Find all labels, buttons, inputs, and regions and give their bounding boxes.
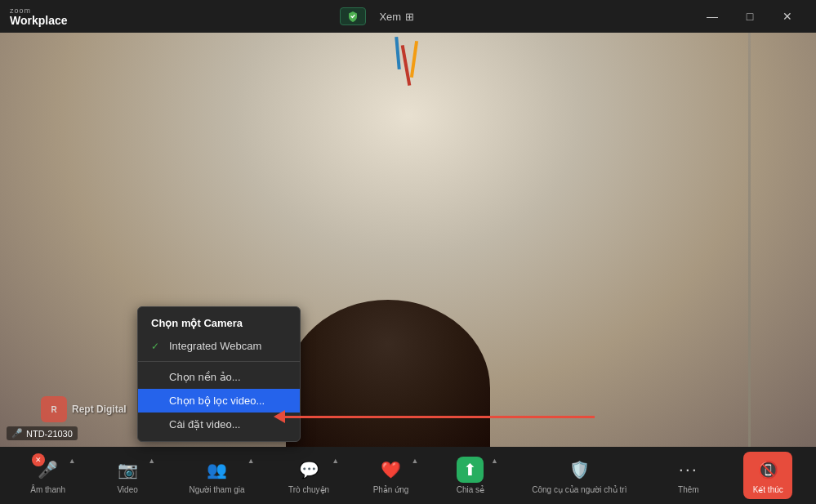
share-chevron: ▲ (491, 457, 498, 465)
reactions-tool[interactable]: ❤️ Phản ứng ▲ (366, 452, 415, 499)
window-controls: — □ ✕ (693, 4, 806, 29)
video-chevron: ▲ (148, 457, 155, 465)
participant-id: NTD-21030 (26, 429, 73, 439)
participant-id-label: 🎤 NTD-21030 (7, 426, 78, 440)
wall-line (748, 33, 751, 447)
host-label: Công cụ của người chủ trì (532, 485, 626, 494)
close-button[interactable]: ✕ (769, 4, 806, 29)
participants-tool[interactable]: 👥 Người tham gia ▲ (182, 452, 251, 499)
end-tool[interactable]: 📵 Kết thúc (743, 452, 792, 499)
audio-label: Âm thanh (30, 485, 65, 494)
audio-tool[interactable]: ✕ 🎤 Âm thanh ▲ (24, 452, 73, 499)
watermark-logo: R (41, 396, 67, 422)
red-arrow (274, 410, 595, 423)
video-label: Video (117, 485, 137, 494)
xem-button[interactable]: Xem ⊞ (372, 8, 421, 25)
chat-icon: 💬 (296, 457, 322, 483)
person-silhouette (286, 300, 490, 447)
end-label: Kết thúc (753, 485, 783, 494)
share-tool[interactable]: ⬆ Chia sẻ ▲ (446, 452, 495, 499)
audio-chevron: ▲ (69, 457, 76, 465)
minimize-button[interactable]: — (693, 4, 731, 29)
webcam-label: Integrated Webcam (169, 340, 261, 352)
video-background (0, 33, 816, 447)
watermark: R Rept Digital (41, 396, 127, 422)
titlebar-center: Xem ⊞ (340, 7, 421, 25)
menu-separator (138, 361, 300, 362)
arrow-head (274, 410, 285, 423)
filter-label: Chọn bộ lọc video... (169, 395, 265, 407)
checkmark-icon: ✓ (151, 341, 163, 352)
muted-indicator: ✕ (32, 453, 45, 466)
host-tools-tool[interactable]: 🛡️ Công cụ của người chủ trì (525, 452, 633, 499)
app-logo: zoom Workplace (10, 7, 68, 26)
ribbon-red (400, 45, 411, 86)
xem-label: Xem (379, 11, 401, 23)
workplace-label: Workplace (10, 15, 68, 26)
more-icon: ··· (676, 457, 702, 483)
chat-label: Trò chuyện (288, 485, 329, 494)
share-icon-bg: ⬆ (457, 457, 484, 483)
shield-icon (347, 11, 359, 22)
view-icon: ⊞ (405, 11, 414, 23)
video-area: 🎤 NTD-21030 R Rept Digital (0, 33, 816, 447)
host-icon: 🛡️ (566, 457, 592, 483)
ribbon-yellow (409, 41, 417, 78)
reactions-chevron: ▲ (412, 457, 419, 465)
share-icon: ⬆ (457, 457, 484, 483)
mic-status-icon: 🎤 (11, 428, 23, 439)
audio-icon: ✕ 🎤 (35, 457, 61, 483)
security-shield (340, 7, 366, 25)
menu-section-title: Chọn một Camera (138, 312, 300, 334)
participants-chevron: ▲ (247, 457, 255, 465)
reactions-label: Phản ứng (373, 485, 409, 494)
watermark-text: Rept Digital (72, 404, 127, 415)
ribbon-blue (395, 37, 400, 69)
arrow-line (284, 416, 595, 418)
participants-label: Người tham gia (189, 485, 244, 494)
video-icon: 📷 (114, 457, 140, 483)
chat-chevron: ▲ (332, 457, 339, 465)
bottom-toolbar: ✕ 🎤 Âm thanh ▲ 📷 Video ▲ 👥 Người tham gi… (0, 447, 816, 504)
settings-label: Cài đặt video... (169, 418, 241, 430)
share-label: Chia sẻ (457, 485, 484, 494)
menu-item-filter[interactable]: Chọn bộ lọc video... (138, 389, 300, 413)
virtual-bg-label: Chọn nền ảo... (169, 371, 241, 383)
participants-icon: 👥 (204, 457, 230, 483)
titlebar-left: zoom Workplace (10, 7, 68, 26)
chat-tool[interactable]: 💬 Trò chuyện ▲ (282, 452, 336, 499)
titlebar: zoom Workplace Xem ⊞ — □ ✕ (0, 0, 816, 33)
menu-item-virtual-bg[interactable]: Chọn nền ảo... (138, 365, 300, 389)
menu-item-webcam[interactable]: ✓ Integrated Webcam (138, 334, 300, 358)
reactions-icon: ❤️ (377, 457, 404, 483)
end-icon: 📵 (755, 457, 781, 483)
video-tool[interactable]: 📷 Video ▲ (103, 452, 152, 499)
restore-button[interactable]: □ (731, 4, 769, 29)
more-tool[interactable]: ··· Thêm (664, 452, 713, 499)
more-label: Thêm (678, 485, 699, 494)
